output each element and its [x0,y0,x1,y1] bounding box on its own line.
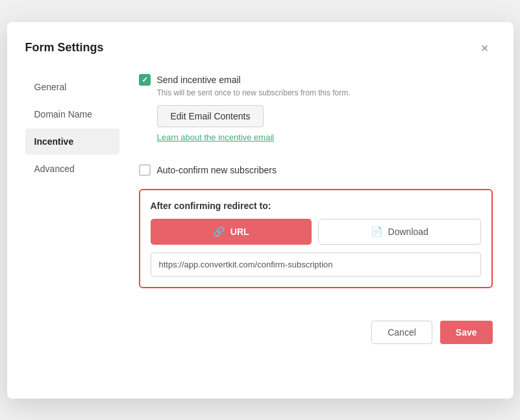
incentive-email-row: Send incentive email This will be sent o… [139,74,493,154]
content-area: Send incentive email This will be sent o… [126,74,493,301]
modal-title: Form Settings [25,41,104,55]
download-button-label: Download [388,227,428,237]
document-icon: 📄 [371,226,383,238]
modal-footer: Cancel Save [25,314,493,344]
send-incentive-wrap: Send incentive email [139,74,493,86]
save-button[interactable]: Save [440,321,493,344]
sidebar-item-domain-name[interactable]: Domain Name [25,101,119,127]
send-incentive-label: Send incentive email [157,75,241,85]
edit-email-button[interactable]: Edit Email Contents [157,105,264,127]
sidebar-item-general[interactable]: General [25,74,119,100]
auto-confirm-row: Auto-confirm new subscribers [139,164,493,176]
url-button-label: URL [230,227,249,237]
send-incentive-checkbox[interactable] [139,74,151,86]
modal-header: Form Settings × [25,40,493,56]
modal-body: General Domain Name Incentive Advanced S… [25,74,493,301]
redirect-buttons: 🔗 URL 📄 Download [151,219,481,245]
incentive-hint: This will be sent once to new subscriber… [157,88,493,97]
cancel-button[interactable]: Cancel [371,321,432,344]
sidebar-item-advanced[interactable]: Advanced [25,156,119,182]
form-settings-modal: Form Settings × General Domain Name Ince… [7,22,514,399]
sidebar: General Domain Name Incentive Advanced [25,74,126,301]
sidebar-item-incentive[interactable]: Incentive [25,129,119,154]
url-input[interactable] [151,253,481,277]
url-button[interactable]: 🔗 URL [151,219,312,245]
learn-link[interactable]: Learn about the incentive email [157,132,493,142]
auto-confirm-checkbox[interactable] [139,164,151,176]
auto-confirm-label: Auto-confirm new subscribers [157,165,277,175]
redirect-section: After confirming redirect to: 🔗 URL 📄 Do… [139,189,493,288]
redirect-label: After confirming redirect to: [151,201,481,211]
download-button[interactable]: 📄 Download [318,219,481,245]
close-button[interactable]: × [477,40,493,56]
link-icon: 🔗 [213,226,225,238]
